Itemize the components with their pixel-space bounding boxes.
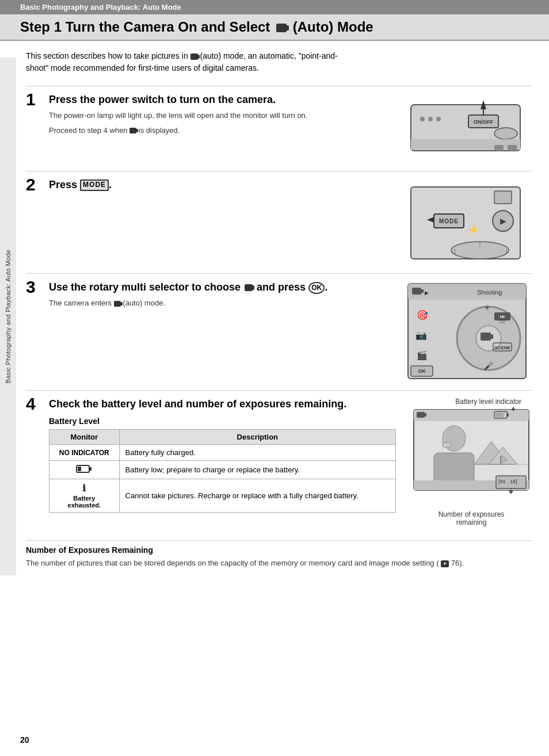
section-title: Basic Photography and Playback: Auto Mod…	[20, 3, 181, 12]
step-1-desc-1: The power-on lamp will light up, the len…	[49, 110, 396, 121]
svg-marker-57	[511, 407, 516, 410]
svg-text:|: |	[454, 249, 455, 254]
step-4-number: 4	[26, 395, 49, 413]
battery-level-indicator-label: Battery level indicator	[411, 398, 532, 406]
step-1-row: 1 Press the power switch to turn on the …	[26, 86, 532, 171]
step-4-row: 4 Check the battery level and number of …	[26, 390, 532, 533]
step-4-title: Check the battery level and number of ex…	[49, 398, 396, 411]
svg-rect-60	[443, 442, 451, 447]
step-3-camera-svg: ▶ Shooting Hi ISO SCENE 🎯 📷	[405, 281, 529, 381]
exposure-section: Number of Exposures Remaining The number…	[26, 540, 532, 569]
step-1-desc-2: Proceed to step 4 when is displayed.	[49, 125, 396, 136]
step-1-number: 1	[26, 91, 49, 108]
battery-low-icon	[76, 464, 92, 474]
svg-rect-10	[494, 145, 504, 151]
main-content: This section describes how to take pictu…	[0, 41, 549, 578]
battery-level-title: Battery Level	[49, 417, 396, 426]
svg-rect-27	[421, 289, 424, 293]
step-3-image: ▶ Shooting Hi ISO SCENE 🎯 📷	[405, 281, 532, 383]
step-1-title: Press the power switch to turn on the ca…	[49, 93, 396, 106]
page-title-bar: Step 1 Turn the Camera On and Select (Au…	[0, 14, 549, 41]
svg-point-1	[420, 117, 425, 121]
svg-text:MODE: MODE	[439, 218, 459, 224]
battery-section: Battery Level Monitor Description NO IND…	[49, 417, 396, 513]
exposure-title: Number of Exposures Remaining	[26, 545, 532, 555]
battery-monitor-1: NO INDICATOR	[49, 445, 120, 461]
svg-text:⚡: ⚡	[467, 224, 479, 235]
step-3-content: Use the rotary multi selector to choose …	[49, 281, 405, 309]
step-2-row: 2 Press MODE. MODE ⚡ ▶	[26, 171, 532, 273]
svg-text:SCENE: SCENE	[494, 345, 510, 350]
svg-rect-52	[425, 413, 426, 417]
battery-col-description: Description	[119, 430, 395, 445]
svg-rect-26	[412, 288, 421, 295]
page-number: 20	[20, 735, 29, 744]
page-title: Step 1 Turn the Camera On and Select (Au…	[20, 19, 373, 35]
step-4-camera-wrapper: [IN 16]	[411, 407, 532, 507]
battery-row-3: ℹ Batteryexhausted. Cannot take pictures…	[49, 479, 396, 513]
step-4-camera-container: Battery level indicator	[405, 398, 532, 526]
svg-point-3	[436, 117, 441, 121]
svg-rect-9	[411, 139, 520, 150]
step-4-camera-svg: [IN 16]	[411, 407, 532, 507]
step-3-number: 3	[26, 278, 49, 296]
sidebar-label: Basic Photography and Playback: Auto Mod…	[5, 250, 12, 383]
step-3-desc: The camera enters (auto) mode.	[49, 297, 396, 309]
svg-rect-13	[494, 191, 512, 204]
intro-text: This section describes how to take pictu…	[26, 50, 360, 74]
svg-rect-47	[89, 467, 92, 471]
svg-text:16]: 16]	[510, 479, 517, 484]
exposure-desc: The number of pictures that can be store…	[26, 558, 532, 569]
step-2-content: Press MODE.	[49, 178, 405, 195]
step-4-content: Check the battery level and number of ex…	[49, 398, 405, 513]
svg-text:▶: ▶	[425, 290, 429, 296]
step-2-number: 2	[26, 176, 49, 193]
svg-rect-54	[507, 413, 509, 417]
svg-rect-48	[78, 467, 81, 471]
svg-text:ON/OFF: ON/OFF	[474, 119, 493, 125]
step-1-camera-svg: ON/OFF	[405, 93, 526, 162]
exposure-remaining-label: Number of exposuresremaining	[411, 510, 532, 526]
svg-text:|: |	[506, 249, 507, 254]
step-1-image: ON/OFF	[405, 93, 532, 164]
step-3-title: Use the rotary multi selector to choose …	[49, 281, 396, 294]
svg-point-8	[494, 128, 517, 139]
step-2-camera-svg: MODE ⚡ ▶ | | |	[405, 178, 526, 265]
ok-button-label: OK	[308, 282, 325, 294]
mode-badge: MODE	[80, 180, 109, 191]
svg-rect-32	[481, 333, 491, 341]
svg-rect-33	[491, 334, 493, 339]
svg-rect-55	[495, 413, 504, 417]
svg-text:OK: OK	[418, 368, 426, 374]
svg-text:[IN: [IN	[498, 479, 505, 484]
svg-text:📷: 📷	[415, 330, 427, 341]
battery-monitor-2	[49, 461, 120, 479]
battery-desc-2: Battery low; prepare to charge or replac…	[119, 461, 395, 479]
section-header: Basic Photography and Playback: Auto Mod…	[0, 0, 549, 14]
battery-monitor-3: ℹ Batteryexhausted.	[49, 479, 120, 513]
svg-marker-71	[509, 491, 513, 494]
battery-desc-3: Cannot take pictures. Recharge or replac…	[119, 479, 395, 513]
svg-text:▶: ▶	[500, 216, 506, 226]
svg-text:🎯: 🎯	[417, 310, 428, 320]
svg-text:|: |	[479, 242, 481, 247]
svg-rect-50	[414, 410, 529, 421]
battery-table: Monitor Description NO INDICATOR Battery…	[49, 429, 396, 513]
step-1-content: Press the power switch to turn on the ca…	[49, 93, 405, 136]
step-2-image: MODE ⚡ ▶ | | |	[405, 178, 532, 266]
battery-col-monitor: Monitor	[49, 430, 120, 445]
svg-text:Hi: Hi	[500, 314, 505, 319]
svg-text:🎬: 🎬	[417, 350, 428, 361]
battery-row-1: NO INDICATOR Battery fully charged.	[49, 445, 396, 461]
svg-text:☀: ☀	[483, 303, 491, 312]
step-3-row: 3 Use the rotary multi selector to choos…	[26, 273, 532, 390]
svg-point-2	[428, 117, 433, 121]
svg-rect-11	[508, 145, 517, 151]
svg-text:🎤: 🎤	[483, 361, 494, 371]
battery-desc-1: Battery fully charged.	[119, 445, 395, 461]
battery-row-2: Battery low; prepare to charge or replac…	[49, 461, 396, 479]
svg-text:Shooting: Shooting	[477, 289, 502, 296]
svg-rect-51	[417, 412, 425, 418]
sidebar: Basic Photography and Playback: Auto Mod…	[0, 58, 16, 575]
step-2-title: Press MODE.	[49, 178, 396, 192]
